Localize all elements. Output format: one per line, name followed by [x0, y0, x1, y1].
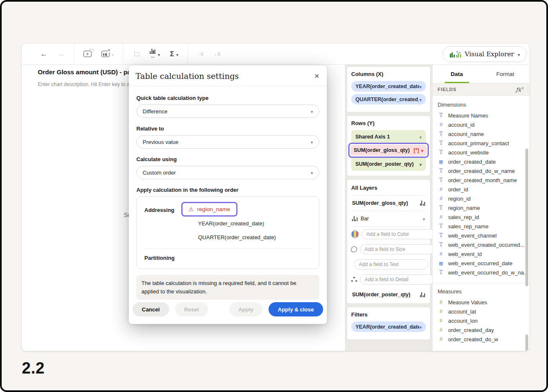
- calculate-using-select[interactable]: Custom order: [136, 166, 319, 179]
- field-item[interactable]: ▦ order_created_date: [438, 157, 527, 166]
- error-shelf-pill[interactable]: SUM(order_gloss_qty) [*]: [350, 145, 427, 156]
- scrollbar-thumb[interactable]: [525, 149, 528, 286]
- field-item[interactable]: T account_website: [438, 148, 527, 157]
- field-item[interactable]: T web_event_channel: [438, 231, 527, 240]
- calculate-using-value: Custom order: [143, 170, 176, 176]
- field-item[interactable]: T order_created_month_name: [438, 175, 527, 185]
- chart-description-placeholder[interactable]: Enter chart description. Hit Enter key t…: [38, 81, 132, 87]
- field-item[interactable]: T web_event_occurred_do_w_na...: [438, 268, 527, 277]
- encoding-field-input[interactable]: [360, 244, 432, 254]
- encoding-drop-list: [351, 227, 426, 287]
- addressing-field[interactable]: QUARTER(order_created_date): [181, 230, 319, 244]
- quick-calc-select[interactable]: Difference: [136, 105, 319, 118]
- remove-chart-button[interactable]: [102, 50, 114, 57]
- mark-type-select[interactable]: Bar: [351, 211, 426, 227]
- shelf-pill-label: QUARTER(order_created_...: [355, 97, 419, 102]
- back-button[interactable]: ←: [40, 50, 47, 57]
- layer-row-gloss[interactable]: SUM(order_gloss_qty): [351, 196, 426, 211]
- field-item[interactable]: ▦ web_event_occurred_date: [438, 259, 527, 268]
- field-name: region_name: [448, 205, 480, 211]
- field-name: Measure Values: [448, 299, 487, 306]
- field-item[interactable]: T web_event_created_occurred...: [438, 240, 527, 249]
- close-icon[interactable]: ×: [314, 72, 319, 80]
- encoding-icon: [350, 246, 358, 253]
- field-item[interactable]: T account_primary_contact: [438, 139, 527, 148]
- tab-data[interactable]: Data: [433, 65, 481, 83]
- field-item[interactable]: # region_id: [438, 194, 527, 203]
- field-item[interactable]: # order_created_day: [438, 325, 527, 335]
- field-item[interactable]: T sales_rep_name: [438, 222, 527, 231]
- all-layers-title: All Layers: [351, 184, 426, 196]
- field-item[interactable]: T region_name: [438, 203, 527, 212]
- highlight-outline: SUM(order_gloss_qty) [*]: [348, 143, 429, 158]
- encoding-field-input[interactable]: [362, 229, 432, 239]
- filters-shelf: Filters YEAR(order_created_date): [347, 307, 431, 340]
- field-name: account_id: [448, 122, 475, 128]
- field-item[interactable]: # account_lat: [438, 307, 527, 316]
- toolbar-history-group: ← →: [31, 50, 74, 57]
- field-item[interactable]: # order_created_do_w: [438, 335, 527, 344]
- chevron-down-icon: [419, 83, 422, 90]
- field-item[interactable]: T Measure Names: [438, 111, 527, 120]
- rows-shelf: Rows (Y) Shared Axis 1 SUM(order_gloss_q…: [347, 115, 431, 176]
- tab-format[interactable]: Format: [481, 65, 530, 83]
- histogram-swap-icon: ↔: [149, 49, 156, 59]
- shelf-pill-label: YEAR(order_created_date): [355, 84, 419, 89]
- aggregate-button[interactable]: Σ: [170, 50, 178, 57]
- missing-field-highlight[interactable]: ⚠ region_name: [181, 202, 237, 217]
- field-type-icon: #: [438, 337, 444, 342]
- chevron-down-icon: [423, 215, 425, 222]
- screenshot-frame: ← → ↔ Σ ↑: [0, 0, 548, 392]
- reset-button: Reset: [175, 302, 208, 316]
- chevron-down-icon: [311, 138, 313, 146]
- shelf-pill[interactable]: SUM(order_poster_qty): [351, 158, 426, 168]
- field-type-icon: #: [438, 318, 444, 324]
- encoding-field-input[interactable]: [360, 274, 432, 285]
- field-item[interactable]: T account_name: [438, 129, 527, 139]
- toolbar-tools-group: ↔ Σ: [123, 49, 188, 59]
- field-name: order_created_month_name: [448, 177, 517, 183]
- swap-axes-button[interactable]: ↔: [149, 49, 160, 59]
- addressing-field[interactable]: YEAR(order_created_date): [181, 217, 319, 230]
- cancel-button[interactable]: Cancel: [133, 302, 169, 316]
- field-name: order_created_date: [448, 159, 496, 165]
- layer-name: SUM(order_gloss_qty): [352, 200, 408, 206]
- add-chart-button[interactable]: [84, 51, 91, 57]
- addressing-rest-list: YEAR(order_created_date) QUARTER(order_c…: [181, 217, 319, 244]
- chevron-down-icon: [311, 169, 313, 176]
- relative-to-select[interactable]: Previous value: [136, 135, 319, 149]
- chevron-down-icon: [419, 96, 422, 103]
- shelf-pill[interactable]: QUARTER(order_created_...: [351, 94, 426, 105]
- shared-axis-header[interactable]: Shared Axis 1: [351, 130, 426, 143]
- field-name: order_created_do_w_name: [448, 168, 515, 174]
- field-item[interactable]: # account_lon: [438, 316, 527, 325]
- bar-chart-icon: [420, 292, 425, 297]
- chart-title[interactable]: Order Gloss amount (USD) - pane: [38, 68, 138, 76]
- scrollbar-thumb[interactable]: [525, 335, 528, 351]
- modal-footer: Cancel Reset Apply Apply & close: [129, 302, 327, 324]
- field-item[interactable]: # order_id: [438, 185, 527, 194]
- shelf-pill[interactable]: YEAR(order_created_date): [351, 81, 426, 91]
- field-name: account_lat: [448, 308, 476, 315]
- crop-icon: [133, 51, 139, 57]
- field-item[interactable]: # sales_rep_id: [438, 212, 527, 222]
- visual-explorer-selector[interactable]: Visual Explorer: [443, 46, 527, 62]
- encoding-row: [351, 257, 426, 272]
- apply-close-button[interactable]: Apply & close: [269, 302, 323, 316]
- columns-pill-list: YEAR(order_created_date) QUARTER(order_c…: [351, 81, 426, 105]
- field-type-icon: T: [438, 233, 444, 238]
- field-item[interactable]: # Measure Values: [438, 298, 527, 307]
- dimensions-title: Dimensions: [438, 102, 527, 108]
- modal-body: Quick table calculation type Difference …: [129, 86, 327, 300]
- field-item[interactable]: # web_event_id: [438, 249, 527, 259]
- field-type-icon: ▦: [438, 159, 444, 164]
- toolbar-chart-group: [74, 50, 123, 57]
- layer-row-poster[interactable]: SUM(order_poster_qty): [351, 287, 426, 298]
- field-item[interactable]: T order_created_do_w_name: [438, 166, 527, 175]
- filter-pill[interactable]: YEAR(order_created_date): [351, 321, 426, 332]
- chevron-down-icon: [421, 146, 423, 154]
- add-calculated-field-button[interactable]: ƒx+: [516, 86, 525, 93]
- field-item[interactable]: # account_id: [438, 120, 527, 129]
- encoding-field-input[interactable]: [354, 259, 428, 269]
- encoding-icon-slot: [351, 277, 357, 282]
